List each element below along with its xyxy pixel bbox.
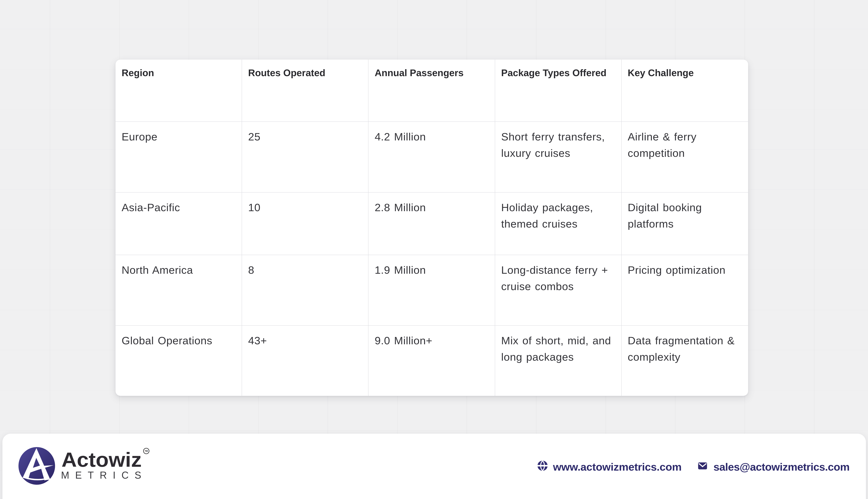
svg-text:TM: TM [145, 450, 148, 452]
